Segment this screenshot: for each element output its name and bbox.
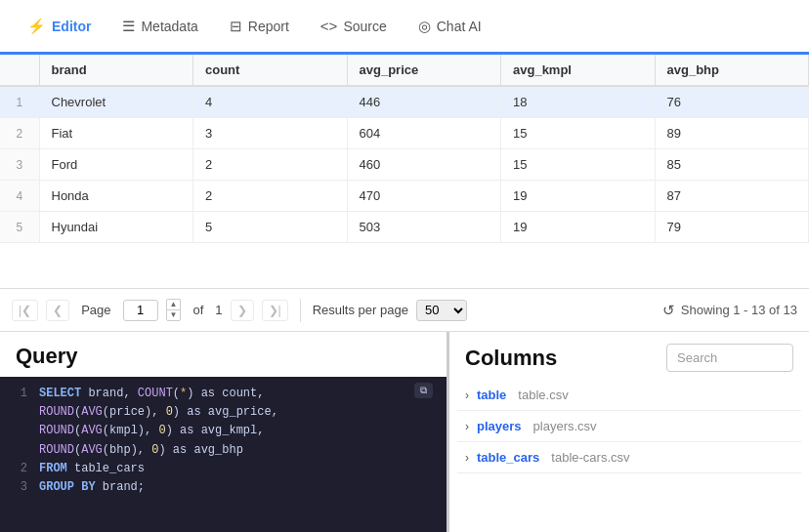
- of-label: of: [192, 303, 203, 317]
- column-list-item[interactable]: › table table.csv: [457, 380, 801, 411]
- columns-search-input[interactable]: [666, 344, 793, 372]
- col-name: table: [477, 388, 506, 402]
- code-line: 3GROUP BY brand;: [0, 478, 447, 497]
- cell-count: 2: [193, 149, 348, 181]
- page-label: Page: [81, 303, 110, 317]
- row-num: 4: [0, 181, 39, 212]
- row-num: 3: [0, 149, 39, 181]
- first-page-btn[interactable]: |❮: [12, 300, 38, 321]
- columns-panel: Columns › table table.csv › players play…: [449, 332, 809, 532]
- next-page-btn[interactable]: ❯: [231, 300, 254, 321]
- last-page-btn[interactable]: ❯|: [262, 300, 288, 321]
- row-num: 1: [0, 86, 39, 118]
- columns-title: Columns: [465, 346, 655, 371]
- nav-item-report[interactable]: ⊟ Report: [218, 10, 301, 43]
- col-file: table-cars.csv: [551, 450, 629, 465]
- cell-count: 2: [193, 181, 348, 212]
- prev-page-btn[interactable]: ❮: [46, 300, 69, 321]
- cell-avg-bhp: 79: [655, 212, 809, 243]
- page-up-btn[interactable]: ▲: [166, 299, 182, 309]
- chevron-right-icon: ›: [465, 451, 469, 465]
- results-per-page-select[interactable]: 50 25 100: [416, 300, 467, 321]
- cell-count: 4: [193, 86, 348, 118]
- query-editor[interactable]: 1SELECT brand, COUNT(*) as count, ROUND(…: [0, 377, 447, 532]
- column-list-item[interactable]: › players players.csv: [457, 411, 801, 442]
- col-file: table.csv: [518, 388, 568, 402]
- report-icon: ⊟: [230, 18, 242, 35]
- cell-count: 3: [193, 118, 348, 149]
- code-line: ROUND(AVG(kmpl), 0) as avg_kmpl,: [0, 422, 447, 440]
- cell-avg-kmpl: 18: [501, 86, 656, 118]
- cell-avg-kmpl: 15: [501, 149, 656, 181]
- refresh-btn[interactable]: ↺: [662, 302, 675, 319]
- cell-brand: Ford: [39, 149, 193, 181]
- row-num: 2: [0, 118, 39, 149]
- page-input[interactable]: [123, 300, 158, 321]
- code-line: 2FROM table_cars: [0, 460, 447, 478]
- cell-avg-bhp: 89: [655, 118, 809, 149]
- chevron-right-icon: ›: [465, 389, 469, 402]
- cell-avg-kmpl: 15: [501, 118, 656, 149]
- cell-brand: Fiat: [39, 118, 193, 149]
- data-table: brand count avg_price avg_kmpl avg_bhp 1…: [0, 55, 809, 243]
- table-row[interactable]: 3 Ford 2 460 15 85: [0, 149, 809, 181]
- cell-avg-bhp: 87: [655, 181, 809, 212]
- top-navbar: ⚡ Editor ☰ Metadata ⊟ Report <> Source ◎…: [0, 0, 809, 55]
- nav-item-chat-ai[interactable]: ◎ Chat AI: [406, 10, 493, 43]
- page-down-btn[interactable]: ▼: [166, 309, 182, 321]
- cell-avg-price: 470: [347, 181, 501, 212]
- col-header-brand[interactable]: brand: [39, 55, 193, 86]
- cell-avg-price: 446: [347, 86, 501, 118]
- results-per-page-label: Results per page: [313, 303, 408, 317]
- col-header-avg-bhp[interactable]: avg_bhp: [655, 55, 809, 86]
- row-number-header: [0, 55, 39, 86]
- pagination-bar: |❮ ❮ Page ▲ ▼ of 1 ❯ ❯| Results per page…: [0, 289, 809, 332]
- code-line: ROUND(AVG(bhp), 0) as avg_bhp: [0, 441, 447, 460]
- table-row[interactable]: 4 Honda 2 470 19 87: [0, 181, 809, 212]
- bottom-split: Query 1SELECT brand, COUNT(*) as count, …: [0, 332, 809, 532]
- cell-brand: Honda: [39, 181, 193, 212]
- cell-brand: Hyundai: [39, 212, 193, 243]
- col-header-avg-kmpl[interactable]: avg_kmpl: [501, 55, 656, 86]
- cell-avg-kmpl: 19: [501, 181, 656, 212]
- copy-code-btn[interactable]: ⧉: [414, 383, 433, 398]
- col-header-count[interactable]: count: [193, 55, 348, 86]
- total-pages: 1: [215, 303, 222, 317]
- cell-avg-price: 503: [347, 212, 501, 243]
- cell-count: 5: [193, 212, 348, 243]
- data-table-container: brand count avg_price avg_kmpl avg_bhp 1…: [0, 55, 809, 289]
- chevron-right-icon: ›: [465, 420, 469, 433]
- table-row[interactable]: 5 Hyundai 5 503 19 79: [0, 212, 809, 243]
- cell-avg-price: 604: [347, 118, 501, 149]
- table-header-row: brand count avg_price avg_kmpl avg_bhp: [0, 55, 809, 86]
- page-stepper[interactable]: ▲ ▼: [166, 299, 182, 321]
- cell-avg-price: 460: [347, 149, 501, 181]
- cell-avg-bhp: 76: [655, 86, 809, 118]
- col-name: table_cars: [477, 450, 539, 465]
- showing-text-container: ↺ Showing 1 - 13 of 13: [662, 302, 797, 319]
- columns-list: › table table.csv › players players.csv …: [449, 380, 809, 532]
- showing-text: Showing 1 - 13 of 13: [681, 303, 797, 317]
- cell-avg-bhp: 85: [655, 149, 809, 181]
- table-row[interactable]: 2 Fiat 3 604 15 89: [0, 118, 809, 149]
- col-header-avg-price[interactable]: avg_price: [347, 55, 501, 86]
- nav-item-editor[interactable]: ⚡ Editor: [16, 10, 103, 43]
- nav-item-source[interactable]: <> Source: [309, 10, 399, 42]
- source-icon: <>: [320, 18, 338, 34]
- query-panel: Query 1SELECT brand, COUNT(*) as count, …: [0, 332, 449, 532]
- chat-ai-icon: ◎: [418, 18, 431, 35]
- editor-icon: ⚡: [27, 18, 46, 35]
- code-line: 1SELECT brand, COUNT(*) as count,: [0, 385, 447, 403]
- table-row[interactable]: 1 Chevrolet 4 446 18 76: [0, 86, 809, 118]
- code-line: ROUND(AVG(price), 0) as avg_price,: [0, 403, 447, 422]
- row-num: 5: [0, 212, 39, 243]
- col-name: players: [477, 419, 522, 433]
- columns-header: Columns: [449, 332, 809, 380]
- metadata-icon: ☰: [122, 18, 135, 35]
- column-list-item[interactable]: › table_cars table-cars.csv: [457, 442, 801, 473]
- cell-avg-kmpl: 19: [501, 212, 656, 243]
- query-title: Query: [0, 332, 447, 377]
- separator: [300, 299, 301, 322]
- col-file: players.csv: [533, 419, 597, 433]
- nav-item-metadata[interactable]: ☰ Metadata: [110, 10, 209, 43]
